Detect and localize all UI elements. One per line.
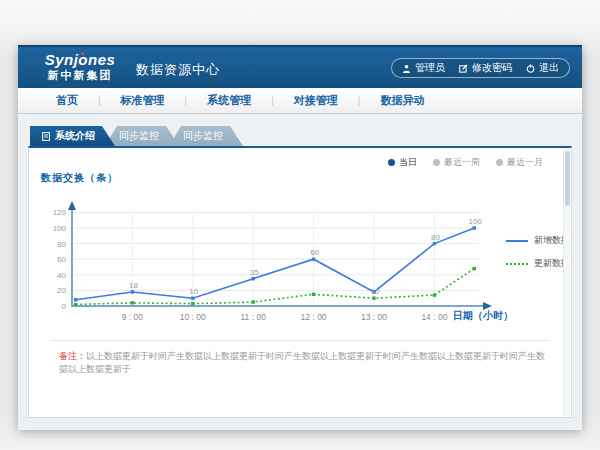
user-menu[interactable]: 管理员 bbox=[402, 61, 445, 75]
time-range-filters: 当日 最近一周 最近一月 bbox=[388, 156, 543, 169]
nav-item-home[interactable]: 首页 bbox=[36, 93, 98, 108]
user-label: 管理员 bbox=[415, 61, 445, 75]
svg-text:120: 120 bbox=[53, 208, 67, 217]
svg-text:60: 60 bbox=[310, 248, 319, 257]
logo-accent-dot bbox=[81, 52, 84, 55]
panel-divider bbox=[51, 340, 549, 341]
app-window: Synjones 新中新集团 数据资源中心 管理员 修改密码 退出 首页| 标准… bbox=[18, 45, 582, 430]
app-header: Synjones 新中新集团 数据资源中心 管理员 修改密码 退出 bbox=[18, 45, 582, 88]
svg-text:60: 60 bbox=[57, 255, 66, 264]
svg-text:12 : 00: 12 : 00 bbox=[301, 312, 327, 322]
content-area: 系统介绍 同步监控 同步监控 当日 最近一周 最近一月 数据交换（条） 0204… bbox=[18, 114, 582, 429]
svg-text:10 : 00: 10 : 00 bbox=[180, 312, 206, 322]
power-icon bbox=[526, 64, 535, 73]
legend-line-dotted bbox=[506, 263, 528, 265]
footnote-text: 以上数据更新于时间产生数据以上数据更新于时间产生数据以上数据更新于时间产生数据以… bbox=[59, 351, 545, 374]
svg-text:10: 10 bbox=[371, 287, 380, 296]
logout-button[interactable]: 退出 bbox=[526, 61, 559, 75]
svg-text:11 : 00: 11 : 00 bbox=[241, 312, 267, 322]
svg-text:0: 0 bbox=[62, 302, 67, 311]
svg-text:100: 100 bbox=[469, 217, 483, 226]
page-title: 数据资源中心 bbox=[136, 61, 220, 79]
nav-item-standard-mgmt[interactable]: 标准管理 bbox=[101, 93, 185, 108]
legend-item-new-data: 新增数据 bbox=[506, 234, 570, 247]
svg-text:14 : 00: 14 : 00 bbox=[421, 312, 447, 322]
svg-text:13 : 00: 13 : 00 bbox=[361, 312, 387, 322]
change-password-button[interactable]: 修改密码 bbox=[459, 61, 512, 75]
chart-panel: 当日 最近一周 最近一月 数据交换（条） 0204060801001209 : … bbox=[28, 146, 572, 418]
change-password-label: 修改密码 bbox=[472, 61, 512, 75]
svg-text:20: 20 bbox=[57, 286, 66, 295]
chart-legend: 新增数据 更新数据 bbox=[506, 234, 570, 270]
nav-item-system-mgmt[interactable]: 系统管理 bbox=[187, 93, 271, 108]
radio-label: 最近一周 bbox=[444, 156, 480, 169]
svg-text:100: 100 bbox=[53, 224, 67, 233]
nav-item-interface-mgmt[interactable]: 对接管理 bbox=[274, 93, 358, 108]
radio-dot-icon bbox=[388, 159, 395, 166]
svg-text:40: 40 bbox=[57, 271, 66, 280]
legend-item-updated-data: 更新数据 bbox=[506, 257, 570, 270]
footnote: 备注：以上数据更新于时间产生数据以上数据更新于时间产生数据以上数据更新于时间产生… bbox=[59, 350, 547, 376]
edit-icon bbox=[459, 64, 468, 73]
user-toolbar: 管理员 修改密码 退出 bbox=[391, 58, 570, 78]
tab-system-intro[interactable]: 系统介绍 bbox=[30, 126, 115, 146]
panel-scrollbar[interactable] bbox=[563, 149, 570, 416]
scrollbar-thumb[interactable] bbox=[565, 151, 570, 206]
tab-bar: 系统介绍 同步监控 同步监控 bbox=[30, 126, 572, 146]
radio-today[interactable]: 当日 bbox=[388, 156, 417, 169]
tab-sync-monitor-2[interactable]: 同步监控 bbox=[169, 126, 243, 146]
svg-text:35: 35 bbox=[250, 268, 259, 277]
x-axis-title: 日期（小时） bbox=[453, 309, 513, 323]
footnote-prefix: 备注： bbox=[59, 351, 86, 361]
main-nav: 首页| 标准管理| 系统管理| 对接管理| 数据异动 bbox=[18, 88, 582, 114]
document-icon bbox=[42, 132, 50, 141]
tab-label: 同步监控 bbox=[119, 126, 159, 146]
tab-sync-monitor-1[interactable]: 同步监控 bbox=[105, 126, 179, 146]
company-logo: Synjones 新中新集团 bbox=[34, 51, 126, 82]
nav-item-data-change[interactable]: 数据异动 bbox=[360, 93, 444, 108]
radio-label: 当日 bbox=[399, 156, 417, 169]
legend-line-solid bbox=[506, 240, 528, 242]
user-icon bbox=[402, 64, 411, 73]
radio-last-week[interactable]: 最近一周 bbox=[433, 156, 480, 169]
svg-text:9 : 00: 9 : 00 bbox=[122, 312, 144, 322]
radio-last-month[interactable]: 最近一月 bbox=[496, 156, 543, 169]
logo-text-cn: 新中新集团 bbox=[34, 69, 126, 82]
y-axis-title: 数据交换（条） bbox=[41, 171, 118, 185]
radio-label: 最近一月 bbox=[507, 156, 543, 169]
svg-text:80: 80 bbox=[431, 233, 440, 242]
svg-text:80: 80 bbox=[57, 240, 66, 249]
tab-label: 同步监控 bbox=[183, 126, 223, 146]
tab-label: 系统介绍 bbox=[55, 126, 95, 146]
svg-text:18: 18 bbox=[129, 281, 138, 290]
svg-text:10: 10 bbox=[189, 287, 198, 296]
radio-dot-icon bbox=[433, 159, 440, 166]
radio-dot-icon bbox=[496, 159, 503, 166]
logo-text-en: Synjones bbox=[45, 52, 116, 68]
logout-label: 退出 bbox=[539, 61, 559, 75]
